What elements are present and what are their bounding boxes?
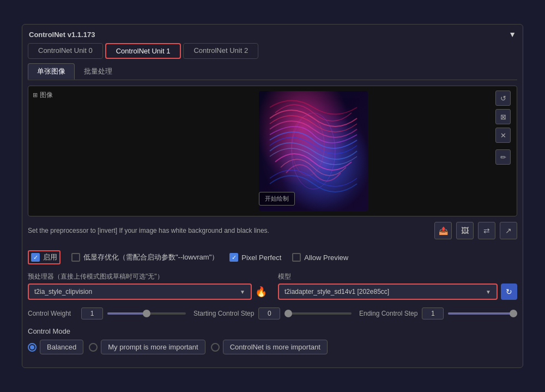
controls-row: 启用 低显存优化（需配合启动参数"--lowvram"） Pixel Perfe…: [28, 250, 517, 264]
allow-preview-checkbox[interactable]: [292, 253, 301, 262]
radio-balanced[interactable]: Balanced: [28, 340, 83, 354]
control-weight-value: 1: [81, 307, 103, 319]
reset-icon: ↺: [500, 94, 506, 102]
collapse-button[interactable]: ▼: [508, 30, 516, 39]
ending-step-slider[interactable]: [448, 308, 517, 319]
allow-preview-label: Allow Preview: [304, 254, 348, 262]
enable-checkbox-item[interactable]: 启用: [28, 250, 60, 264]
control-mode-section: Control Mode Balanced My prompt is more …: [28, 327, 517, 354]
pixel-perfect-checkbox[interactable]: [229, 253, 238, 262]
preprocessor-dropdown[interactable]: t2ia_style_clipvision ▼: [28, 284, 252, 300]
controlnet-panel: ControlNet v1.1.173 ▼ ControlNet Unit 0 …: [22, 24, 523, 368]
enable-label: 启用: [43, 252, 57, 262]
edit-button[interactable]: ✏: [495, 149, 511, 165]
control-weight-slider[interactable]: [107, 308, 186, 319]
image-controls: ↺ ⊠ ✕ ✏: [489, 86, 517, 216]
refresh-icon: ↻: [506, 287, 512, 296]
close-icon: ✕: [500, 131, 506, 140]
image-area: ⊞ 图像: [28, 86, 517, 216]
preprocessor-arrow-icon: ▼: [240, 289, 245, 295]
tab-unit0[interactable]: ControlNet Unit 0: [28, 43, 103, 59]
pixel-perfect-checkbox-item[interactable]: Pixel Perfect: [229, 253, 281, 262]
unit-tabs: ControlNet Unit 0 ControlNet Unit 1 Cont…: [28, 43, 517, 59]
radio-prompt-label: My prompt is more important: [101, 340, 205, 354]
model-label: 模型: [278, 272, 517, 281]
preview-image: 开始绘制: [259, 91, 368, 211]
tab-batch[interactable]: 批量处理: [75, 63, 122, 80]
preprocessor-value: t2ia_style_clipvision: [34, 288, 92, 295]
refresh-model-button[interactable]: ↻: [501, 284, 517, 300]
panel-title: ControlNet v1.1.173: [29, 31, 95, 39]
start-draw-button[interactable]: 开始绘制: [259, 192, 295, 206]
model-group: 模型 t2iadapter_style_sd14v1 [202e85cc] ▼ …: [278, 272, 517, 300]
ending-step-value: 1: [422, 307, 444, 319]
starting-step-label: Starting Control Step: [193, 310, 254, 317]
upload-icon-button[interactable]: 📤: [434, 222, 452, 239]
radio-balanced-label: Balanced: [40, 340, 83, 354]
radio-balanced-circle[interactable]: [28, 343, 37, 352]
ending-step-label: Ending Control Step: [359, 310, 417, 317]
send-icon-button[interactable]: ↗: [500, 222, 517, 239]
control-mode-label: Control Mode: [28, 327, 517, 335]
reset-button[interactable]: ↺: [495, 91, 511, 106]
edit-icon: ✏: [500, 153, 506, 161]
preprocessor-label: 预处理器（直接上传模式图或草稿时可选"无"）: [28, 272, 267, 281]
clear-button[interactable]: ⊠: [495, 109, 511, 124]
model-select-row: t2iadapter_style_sd14v1 [202e85cc] ▼ ↻: [278, 284, 517, 300]
ending-step-group: Ending Control Step 1: [359, 307, 517, 319]
panel-title-bar: ControlNet v1.1.173 ▼: [28, 30, 517, 39]
control-weight-label: Control Weight: [28, 310, 77, 317]
model-value: t2iadapter_style_sd14v1 [202e85cc]: [284, 288, 389, 295]
model-dropdown[interactable]: t2iadapter_style_sd14v1 [202e85cc] ▼: [278, 284, 498, 300]
starting-step-group: Starting Control Step 0: [193, 307, 352, 319]
preprocessor-select-row: t2ia_style_clipvision ▼ 🔥: [28, 284, 267, 300]
lowvram-checkbox[interactable]: [71, 253, 80, 262]
sliders-row: Control Weight 1 Starting Control Step 0…: [28, 307, 517, 319]
lowvram-label: 低显存优化（需配合启动参数"--lowvram"）: [83, 252, 219, 262]
pixel-perfect-label: Pixel Perfect: [241, 254, 281, 262]
image-center[interactable]: 开始绘制: [137, 86, 489, 216]
enable-checkbox[interactable]: [31, 253, 40, 262]
lowvram-checkbox-item[interactable]: 低显存优化（需配合启动参数"--lowvram"）: [71, 252, 219, 262]
clear-icon: ⊠: [500, 113, 506, 121]
allow-preview-checkbox-item[interactable]: Allow Preview: [292, 253, 348, 262]
starting-step-value: 0: [258, 307, 280, 319]
svg-point-1: [292, 116, 324, 176]
action-icons: 📤 🖼 ⇄ ↗: [434, 222, 517, 239]
tab-unit1[interactable]: ControlNet Unit 1: [105, 43, 181, 59]
close-button[interactable]: ✕: [495, 128, 511, 143]
image-label: ⊞ 图像: [33, 91, 133, 100]
radio-controlnet-circle[interactable]: [211, 343, 220, 352]
radio-controlnet[interactable]: ControlNet is more important: [211, 340, 328, 354]
tab-single-image[interactable]: 单张图像: [28, 63, 75, 80]
preprocessor-group: 预处理器（直接上传模式图或草稿时可选"无"） t2ia_style_clipvi…: [28, 272, 267, 300]
fire-icon[interactable]: 🔥: [255, 286, 267, 298]
preview-icon-button[interactable]: 🖼: [456, 222, 474, 239]
image-left-panel: ⊞ 图像: [28, 86, 137, 216]
radio-controlnet-label: ControlNet is more important: [223, 340, 328, 354]
radio-prompt[interactable]: My prompt is more important: [89, 340, 205, 354]
swap-icon-button[interactable]: ⇄: [478, 222, 495, 239]
starting-step-slider[interactable]: [284, 308, 352, 319]
radio-group: Balanced My prompt is more important Con…: [28, 340, 517, 354]
radio-prompt-circle[interactable]: [89, 343, 98, 352]
params-section: 预处理器（直接上传模式图或草稿时可选"无"） t2ia_style_clipvi…: [28, 272, 517, 300]
control-weight-group: Control Weight 1: [28, 307, 186, 319]
tab-unit2[interactable]: ControlNet Unit 2: [183, 43, 258, 59]
sub-tabs: 单张图像 批量处理: [28, 63, 517, 80]
model-arrow-icon: ▼: [486, 289, 491, 295]
hint-text: Set the preprocessor to [invert] If your…: [28, 226, 269, 236]
